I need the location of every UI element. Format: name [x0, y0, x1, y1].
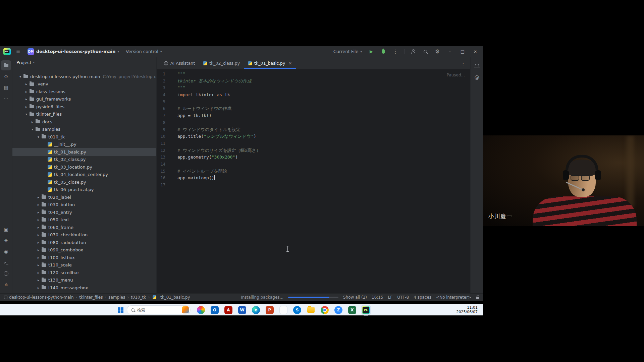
- code-line-6[interactable]: 6# ルートウィンドウの作成: [157, 105, 470, 112]
- line-number[interactable]: 16: [157, 175, 165, 182]
- tree-item-t040_entry[interactable]: ▸t040_entry: [12, 208, 156, 216]
- line-number[interactable]: 10: [157, 133, 165, 140]
- close-button[interactable]: ×: [470, 46, 480, 57]
- chevron-closed-icon[interactable]: ▸: [36, 286, 41, 290]
- debug-button[interactable]: [379, 47, 388, 56]
- run-config-selector[interactable]: Current File ▾: [331, 48, 364, 55]
- line-number[interactable]: 4: [157, 92, 165, 99]
- tool-commit-button[interactable]: ⊙: [1, 71, 11, 81]
- code-line-11[interactable]: 11: [157, 140, 470, 147]
- search-promo-thumbnail[interactable]: [182, 306, 189, 313]
- tool-python-packages-button[interactable]: ▣: [1, 224, 11, 234]
- taskbar-search[interactable]: [127, 305, 191, 314]
- line-separator-widget[interactable]: LF: [388, 295, 393, 300]
- code-line-8[interactable]: 8: [157, 119, 470, 126]
- chevron-open-icon[interactable]: ▾: [24, 112, 29, 116]
- search-everywhere-button[interactable]: [421, 47, 430, 56]
- tab-tk_01_basic.py[interactable]: tk_01_basic.py×: [244, 57, 296, 69]
- tree-item-t080_radiobutton[interactable]: ▸t080_radiobutton: [12, 239, 156, 246]
- taskbar-app-skype[interactable]: S: [292, 305, 302, 315]
- breadcrumb-desktop-ui-lessons-python-main[interactable]: desktop-ui-lessons-python-main: [4, 295, 74, 300]
- code-line-14[interactable]: 14: [157, 161, 470, 168]
- tree-item-tkinter_files[interactable]: ▾tkinter_files: [12, 111, 156, 118]
- taskbar-app-zoom[interactable]: Z: [334, 305, 343, 315]
- more-actions-button[interactable]: ⋮: [391, 47, 400, 56]
- indent-widget[interactable]: 4 spaces: [414, 295, 431, 300]
- tree-item-tk_03_location.py[interactable]: tk_03_location.py: [12, 163, 156, 171]
- code-line-15[interactable]: 15# イベントループを開始: [157, 168, 470, 175]
- chevron-open-icon[interactable]: ▾: [36, 135, 41, 139]
- chevron-closed-icon[interactable]: ▸: [36, 241, 41, 244]
- line-number[interactable]: 7: [157, 112, 165, 119]
- line-number[interactable]: 13: [157, 154, 165, 161]
- line-number[interactable]: 12: [157, 147, 165, 154]
- chevron-closed-icon[interactable]: ▸: [24, 90, 29, 94]
- taskbar-app-light-app[interactable]: [279, 305, 288, 315]
- line-number[interactable]: 8: [157, 119, 165, 126]
- code-line-10[interactable]: 10app.title("シンプルなウィンドウ"): [157, 133, 470, 140]
- tool-project-button[interactable]: [1, 60, 11, 70]
- taskbar-app-powerpoint[interactable]: P: [265, 305, 274, 315]
- tree-item-t020_label[interactable]: ▸t020_label: [12, 193, 156, 201]
- tool-problems-button[interactable]: !: [1, 268, 11, 279]
- search-input[interactable]: [137, 308, 179, 312]
- line-number[interactable]: 6: [157, 105, 165, 112]
- taskbar-app-explorer[interactable]: [306, 305, 316, 315]
- minimize-button[interactable]: –: [445, 46, 455, 57]
- code-line-1[interactable]: 1""": [157, 71, 470, 78]
- tree-item-samples[interactable]: ▾samples: [12, 126, 156, 133]
- taskbar-clock[interactable]: 11:01 2025/06/07: [457, 305, 478, 314]
- taskbar-app-excel[interactable]: X: [347, 305, 357, 315]
- encoding-widget[interactable]: UTF-8: [397, 295, 409, 300]
- code-line-12[interactable]: 12# ウィンドウのサイズを設定（幅x高さ）: [157, 147, 470, 154]
- code-line-17[interactable]: 17: [157, 182, 470, 189]
- tree-item-__init__.py[interactable]: __init__.py: [12, 141, 156, 148]
- caret-position-widget[interactable]: 16:15: [372, 295, 383, 300]
- lock-icon[interactable]: [476, 297, 479, 299]
- taskbar-app-word[interactable]: W: [237, 305, 247, 315]
- chevron-closed-icon[interactable]: ▸: [36, 248, 41, 252]
- tree-item-tk_02_class.py[interactable]: tk_02_class.py: [12, 156, 156, 164]
- line-number[interactable]: 1: [157, 71, 165, 78]
- line-number[interactable]: 11: [157, 140, 165, 147]
- tree-item-.venv[interactable]: ▸.venv: [12, 80, 156, 88]
- tabs-more-icon[interactable]: ⋮: [461, 61, 466, 66]
- show-all-link[interactable]: Show all (2): [343, 295, 367, 300]
- tree-item-pyside6_files[interactable]: ▸pyside6_files: [12, 103, 156, 111]
- taskbar-app-edge[interactable]: e: [251, 305, 261, 315]
- chevron-closed-icon[interactable]: ▸: [36, 278, 41, 282]
- chevron-open-icon[interactable]: ▾: [18, 75, 23, 78]
- tool-services-button[interactable]: ◉: [1, 246, 11, 256]
- tree-item-tk_01_basic.py[interactable]: tk_01_basic.py: [12, 148, 156, 156]
- chevron-closed-icon[interactable]: ▸: [24, 82, 29, 86]
- chevron-closed-icon[interactable]: ▸: [36, 210, 41, 214]
- line-number[interactable]: 3: [157, 84, 165, 92]
- project-selector[interactable]: DM desktop-ui-lessons-python-main ▾: [25, 47, 121, 56]
- chevron-closed-icon[interactable]: ▸: [36, 233, 41, 237]
- code-line-5[interactable]: 5: [157, 99, 470, 106]
- maximize-button[interactable]: □: [458, 46, 468, 57]
- tree-item-t120_scrollbar[interactable]: ▸t120_scrollbar: [12, 269, 156, 277]
- tree-item-tk_05_close.py[interactable]: tk_05_close.py: [12, 178, 156, 186]
- taskbar-app-chrome[interactable]: [320, 305, 329, 315]
- tree-item-t110_scale[interactable]: ▸t110_scale: [12, 261, 156, 269]
- breadcrumb-tkinter_files[interactable]: tkinter_files: [79, 295, 103, 300]
- tool-more-tools-button[interactable]: ⋯: [1, 94, 11, 104]
- tree-item-tk_04_location_center.py[interactable]: tk_04_location_center.py: [12, 171, 156, 179]
- taskbar-app-acrobat[interactable]: A: [224, 305, 233, 315]
- chevron-closed-icon[interactable]: ▸: [36, 195, 41, 199]
- tree-item-t050_text[interactable]: ▸t050_text: [12, 216, 156, 224]
- code-line-2[interactable]: 2tkinter 基本的なウィンドウの作成: [157, 78, 470, 85]
- tree-item-tk_06_practical.py[interactable]: tk_06_practical.py: [12, 186, 156, 194]
- tree-item-t070_checkbutton[interactable]: ▸t070_checkbutton: [12, 231, 156, 239]
- line-number[interactable]: 15: [157, 168, 165, 175]
- taskbar-app-colorful-app[interactable]: [196, 305, 206, 315]
- tree-item-t100_listbox[interactable]: ▸t100_listbox: [12, 254, 156, 261]
- tree-item-t130_menu[interactable]: ▸t130_menu: [12, 277, 156, 284]
- code-with-me-button[interactable]: [409, 47, 418, 56]
- tree-item-t010_tk[interactable]: ▾t010_tk: [12, 133, 156, 141]
- chevron-closed-icon[interactable]: ▸: [36, 271, 41, 275]
- interpreter-widget[interactable]: <No interpreter>: [436, 295, 471, 300]
- editor-content[interactable]: Paused... 1"""2tkinter 基本的なウィンドウの作成3"""4…: [157, 69, 470, 293]
- run-button[interactable]: ▶: [367, 47, 376, 56]
